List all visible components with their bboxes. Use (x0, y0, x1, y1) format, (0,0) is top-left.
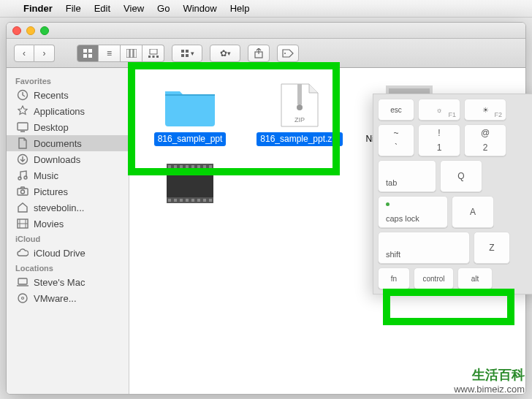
sidebar-item-documents[interactable]: Documents (7, 135, 129, 151)
menu-edit[interactable]: Edit (94, 3, 110, 14)
file-item[interactable] (142, 161, 238, 213)
disk-icon (17, 292, 28, 304)
key-[interactable]: ☼F1 (418, 99, 460, 121)
svg-rect-12 (186, 50, 189, 53)
svg-rect-14 (186, 54, 189, 57)
key-z[interactable]: Z (474, 232, 510, 264)
sidebar-item-label: Recents (34, 90, 69, 101)
sidebar-item-label: Documents (34, 138, 82, 149)
key-[interactable]: @2 (464, 124, 506, 156)
sidebar-item-desktop[interactable]: Desktop (7, 119, 129, 135)
gallery-view-button[interactable] (142, 45, 164, 62)
view-mode-buttons: ≡ (77, 45, 164, 62)
svg-rect-6 (134, 49, 137, 58)
key-control[interactable]: control (414, 267, 454, 289)
svg-rect-50 (203, 199, 206, 202)
svg-point-26 (18, 294, 27, 303)
svg-rect-4 (126, 49, 129, 58)
sidebar-item-label: Downloads (34, 154, 80, 165)
sidebar-item-iclouddrive[interactable]: iCloud Drive (7, 245, 129, 261)
file-label: 816_sample_ppt.zip (256, 132, 342, 146)
svg-rect-41 (197, 165, 200, 168)
sidebar-item-label: stevebolin... (34, 202, 84, 213)
file-item[interactable]: ZIP816_sample_ppt.zip (252, 83, 347, 146)
back-button[interactable]: ‹ (14, 45, 34, 62)
zoom-button[interactable] (40, 26, 49, 35)
svg-rect-1 (88, 49, 92, 53)
sidebar-item-movies[interactable]: Movies (7, 216, 129, 232)
cloud-icon (17, 247, 28, 259)
menu-file[interactable]: File (66, 3, 81, 14)
sidebar-item-label: Pictures (34, 186, 68, 197)
home-icon (17, 202, 28, 213)
svg-rect-39 (186, 165, 189, 168)
key-esc[interactable]: esc (378, 99, 414, 121)
key-alt[interactable]: alt (457, 267, 493, 289)
sidebar-item-downloads[interactable]: Downloads (7, 151, 129, 167)
svg-rect-35 (167, 197, 213, 203)
file-item[interactable]: 816_sample_ppt (142, 83, 238, 146)
key-tab[interactable]: tab (378, 160, 436, 192)
svg-rect-51 (209, 199, 212, 202)
music-icon (17, 170, 28, 181)
sidebar-item-stevesmac[interactable]: Steve's Mac (7, 274, 129, 290)
sidebar-item-recents[interactable]: Recents (7, 87, 129, 103)
tags-button[interactable] (277, 45, 299, 62)
svg-point-20 (18, 177, 21, 180)
icon-view-button[interactable] (77, 45, 99, 62)
close-button[interactable] (12, 26, 21, 35)
svg-rect-37 (174, 165, 177, 168)
sidebar-item-label: Desktop (34, 122, 69, 133)
svg-rect-48 (191, 199, 194, 202)
svg-rect-7 (150, 49, 157, 54)
download-icon (17, 153, 28, 165)
sidebar-item-label: Movies (34, 218, 64, 229)
minimize-button[interactable] (26, 26, 35, 35)
key-shift[interactable]: shift (378, 232, 470, 264)
movie-icon (162, 161, 218, 206)
sidebar-item-label: Music (34, 170, 58, 181)
sidebar-item-stevebolin[interactable]: stevebolin... (7, 200, 129, 216)
menu-help[interactable]: Help (230, 3, 250, 14)
sidebar-item-music[interactable]: Music (7, 167, 129, 183)
folder-icon (162, 83, 218, 128)
share-button[interactable] (248, 45, 270, 62)
key-fn[interactable]: fn (378, 267, 410, 289)
sidebar-item-vmware[interactable]: VMware... (7, 290, 129, 306)
key-[interactable]: ☀F2 (464, 99, 506, 121)
menu-go[interactable]: Go (157, 3, 170, 14)
group-by-button[interactable] (172, 45, 202, 62)
sidebar-header: Locations (7, 261, 129, 274)
key-a[interactable]: A (452, 196, 494, 228)
svg-rect-43 (209, 165, 212, 168)
menu-view[interactable]: View (123, 3, 144, 14)
key-capslock[interactable]: caps lock (378, 196, 448, 228)
key-[interactable]: ~` (378, 124, 414, 156)
app-name[interactable]: Finder (23, 3, 53, 14)
svg-point-29 (297, 104, 303, 110)
sidebar-header: Favorites (7, 74, 129, 87)
sidebar: FavoritesRecentsApplicationsDesktopDocum… (7, 68, 129, 394)
zip-icon: ZIP (272, 83, 327, 128)
sidebar-item-applications[interactable]: Applications (7, 103, 129, 119)
svg-rect-18 (18, 123, 28, 130)
sidebar-item-label: VMware... (34, 293, 77, 304)
sidebar-item-pictures[interactable]: Pictures (7, 183, 129, 200)
key-[interactable]: !1 (418, 124, 460, 156)
action-button[interactable]: ✿ (210, 45, 240, 62)
svg-rect-33 (167, 164, 213, 203)
svg-text:ZIP: ZIP (294, 116, 305, 123)
key-q[interactable]: Q (440, 160, 482, 192)
svg-point-27 (22, 297, 24, 300)
svg-rect-10 (156, 56, 159, 58)
column-view-button[interactable] (121, 45, 142, 62)
nav-buttons: ‹ › (14, 45, 55, 62)
svg-rect-8 (148, 56, 151, 58)
menu-window[interactable]: Window (183, 3, 216, 14)
list-view-button[interactable]: ≡ (99, 45, 121, 62)
forward-button[interactable]: › (34, 45, 55, 62)
keyboard-overlay: esc☼F1☀F2~`!1@2tabQcaps lockAshiftZfncon… (373, 94, 532, 294)
titlebar[interactable] (7, 23, 525, 39)
svg-rect-5 (130, 49, 133, 58)
system-menubar: Finder File Edit View Go Window Help (0, 0, 532, 18)
